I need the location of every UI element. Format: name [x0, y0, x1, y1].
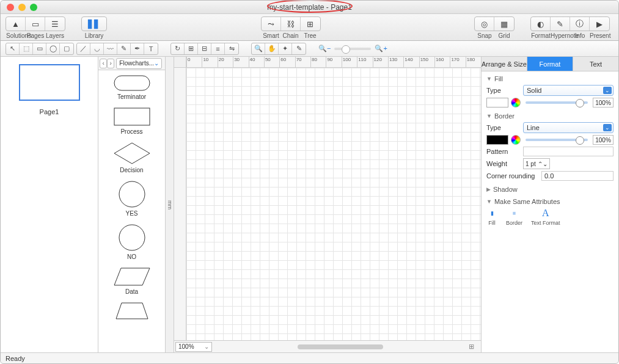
grid-button[interactable]: ▦	[494, 17, 514, 31]
ellipse-tool[interactable]: ◯	[46, 43, 60, 54]
hand-tool[interactable]: ✋	[265, 43, 279, 54]
shape-data[interactable]: Data	[98, 263, 165, 297]
shapes-list: Terminator Process Decision YES NO	[98, 70, 165, 352]
fill-disclosure[interactable]: ▼	[486, 76, 492, 82]
rotate-tool[interactable]: ↻	[171, 43, 185, 54]
present-button[interactable]: ▶	[590, 17, 609, 31]
pages-label: Pages	[26, 32, 45, 39]
shape-no[interactable]: NO	[98, 219, 165, 263]
pointer-tool[interactable]: ↖	[6, 43, 20, 54]
fill-opacity-value[interactable]: 100%	[593, 98, 614, 107]
zoom-out-icon[interactable]: 🔍−	[318, 45, 331, 53]
border-disclosure[interactable]: ▼	[486, 113, 492, 119]
page-thumbnail[interactable]	[19, 64, 80, 101]
chain-button[interactable]: ⛓	[281, 17, 301, 31]
minimize-window-button[interactable]	[18, 4, 26, 11]
align-tool[interactable]: ≡	[211, 43, 225, 54]
zoom-in-icon[interactable]: 🔍+	[375, 45, 387, 53]
pencil-tool[interactable]: ✎	[117, 43, 131, 54]
msa-disclosure[interactable]: ▼	[486, 198, 492, 205]
shapes-forward-button[interactable]: ›	[107, 59, 114, 68]
shape-yes[interactable]: YES	[98, 176, 165, 219]
smart-button[interactable]: ⤳	[262, 17, 281, 31]
eyedropper-tool[interactable]: ✎	[292, 43, 306, 54]
ruler-units-toggle[interactable]: mm	[166, 57, 174, 352]
group-tool[interactable]: ⊞	[185, 43, 198, 54]
msa-border[interactable]: ≡Border	[506, 208, 522, 226]
svg-rect-1	[114, 108, 150, 125]
shape-terminator[interactable]: Terminator	[98, 70, 165, 103]
fill-type-combo[interactable]: Solid⌄	[523, 85, 614, 96]
text-tool[interactable]: T	[144, 43, 158, 54]
fill-color-wheel[interactable]	[511, 98, 521, 107]
flip-tool[interactable]: ⇋	[225, 43, 238, 54]
snap-button[interactable]: ◎	[475, 17, 494, 31]
fill-color-swatch[interactable]	[486, 98, 508, 107]
tab-arrange-size[interactable]: Arrange & Size	[482, 57, 527, 71]
arc-tool[interactable]: ◡	[90, 43, 104, 54]
pattern-combo[interactable]	[523, 147, 614, 156]
border-opacity-value[interactable]: 100%	[593, 135, 614, 145]
corner-rounding-field[interactable]: 0.0	[541, 171, 614, 181]
border-color-wheel[interactable]	[511, 135, 521, 145]
line-tool[interactable]: ／	[77, 43, 90, 54]
info-label: Info	[570, 32, 590, 39]
shapes-library-combo[interactable]: Flowcharts...⌄	[116, 58, 162, 69]
fill-opacity-slider[interactable]	[526, 101, 588, 104]
zoom-tool[interactable]: 🔍	[252, 43, 265, 54]
svg-point-3	[119, 181, 145, 207]
shadow-disclosure[interactable]: ▶	[486, 186, 491, 192]
zoom-slider[interactable]	[334, 48, 371, 50]
border-type-label: Type	[486, 124, 523, 131]
curve-tool[interactable]: 〰	[104, 43, 117, 54]
solutions-label: Solutions	[6, 32, 26, 39]
rect-tool[interactable]: ▭	[33, 43, 46, 54]
stamp-tool[interactable]: ✦	[279, 43, 292, 54]
horizontal-scrollbar[interactable]	[298, 344, 383, 349]
layers-button[interactable]: ☰	[45, 17, 65, 31]
solutions-button[interactable]: ▲	[6, 17, 26, 31]
chain-icon: ⛓	[287, 20, 295, 29]
hypernote-button[interactable]: ✎	[551, 17, 570, 31]
pages-icon: ▭	[32, 20, 39, 29]
format-icon: ◐	[537, 20, 544, 29]
pages-button[interactable]: ▭	[26, 17, 45, 31]
rounded-rect-tool[interactable]: ▢	[60, 43, 73, 54]
close-window-button[interactable]	[7, 4, 14, 11]
canvas[interactable]	[186, 68, 481, 340]
svg-marker-5	[114, 268, 150, 285]
window-controls	[1, 4, 37, 11]
weight-label: Weight	[486, 160, 523, 167]
ruler-corner	[174, 57, 186, 68]
shapes-back-button[interactable]: ‹	[100, 59, 107, 68]
ruler-vertical	[174, 68, 186, 340]
canvas-area: 0102030405060708090100110120130140150160…	[174, 57, 481, 352]
border-color-swatch[interactable]	[486, 135, 508, 145]
layers-label: Layers	[45, 32, 65, 39]
zoom-level-combo[interactable]: 100%⌄	[175, 342, 212, 352]
format-button[interactable]: ◐	[531, 17, 551, 31]
border-type-combo[interactable]: Line⌄	[523, 122, 614, 133]
library-button[interactable]: ▋▋	[82, 17, 106, 31]
tree-button[interactable]: ⊞	[301, 17, 320, 31]
tab-format[interactable]: Format	[527, 57, 573, 71]
page-thumbnail-label: Page1	[40, 108, 59, 115]
weight-stepper[interactable]: 1 pt⌃⌄	[523, 158, 550, 169]
shape-process[interactable]: Process	[98, 103, 165, 137]
info-button[interactable]: ⓘ	[570, 17, 590, 31]
marquee-tool[interactable]: ⬚	[20, 43, 33, 54]
ungroup-tool[interactable]: ⊟	[198, 43, 211, 54]
shape-trapezoid[interactable]	[98, 297, 165, 322]
tab-text[interactable]: Text	[573, 57, 618, 71]
grid-icon: ▦	[500, 20, 508, 29]
corner-label: Corner rounding	[486, 172, 541, 180]
svg-marker-6	[116, 303, 148, 319]
shape-decision[interactable]: Decision	[98, 137, 165, 176]
zoom-window-button[interactable]	[30, 4, 37, 11]
border-opacity-slider[interactable]	[526, 139, 588, 141]
pages-panel: Page1	[1, 57, 98, 352]
page-guides-icon[interactable]: ⊞	[469, 343, 481, 351]
pen-tool[interactable]: ✒	[131, 43, 144, 54]
msa-text-format[interactable]: AText Format	[531, 208, 560, 226]
msa-fill[interactable]: ▮Fill	[486, 208, 497, 226]
